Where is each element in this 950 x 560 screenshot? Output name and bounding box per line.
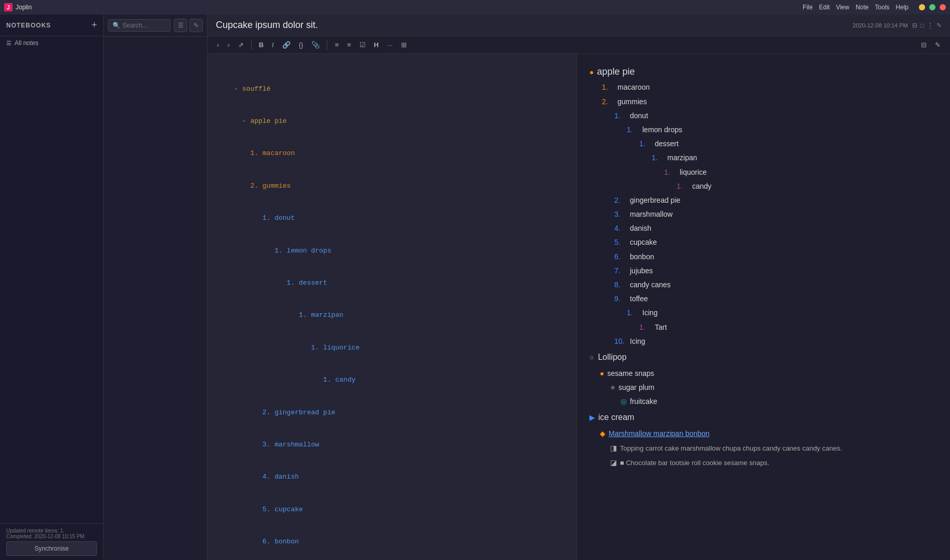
toolbar-checkbox-button[interactable]: ☑ bbox=[356, 39, 369, 50]
editor-area: Cupcake ipsum dolor sit. 2020-12-08 10:1… bbox=[208, 15, 950, 560]
toolbar-italic-button[interactable]: I bbox=[269, 39, 277, 50]
editor-line: 1. liquorice bbox=[218, 343, 566, 354]
preview-text: sesame snaps bbox=[607, 367, 654, 380]
editor-line: 1. dessert bbox=[218, 278, 566, 289]
preview-item: 10. Icing bbox=[614, 335, 938, 348]
ol-num: 2. bbox=[602, 95, 617, 108]
toolbar-ol-button[interactable]: ≡ bbox=[344, 39, 354, 50]
preview-ol-group: 1. liquorice 1. candy bbox=[664, 166, 938, 193]
preview-pane: ● apple pie 1. macaroon 2. gummies bbox=[577, 54, 950, 560]
toolbar-attach-button[interactable]: 📎 bbox=[308, 39, 323, 50]
menu-note[interactable]: Note bbox=[856, 4, 869, 11]
edit-note-icon[interactable]: ✎ bbox=[937, 22, 942, 29]
toolbar-ul-button[interactable]: ≡ bbox=[332, 39, 342, 50]
notebooks-heading: NOTEBOOKS bbox=[6, 22, 51, 29]
search-input[interactable] bbox=[122, 22, 166, 29]
preview-text: Icing bbox=[642, 306, 658, 319]
preview-ol-group: 1. candy bbox=[677, 180, 938, 193]
preview-item: 1. dessert bbox=[639, 137, 938, 150]
preview-item: 1. donut bbox=[614, 109, 938, 122]
menu-edit[interactable]: Edit bbox=[819, 4, 830, 11]
preview-ol-group: 1. donut 1. lemon drops 1. des bbox=[614, 109, 938, 193]
ol-num: 1. bbox=[639, 137, 655, 150]
new-note-button[interactable]: ✎ bbox=[189, 19, 203, 32]
checkbox-items: ◨ Topping carrot cake marshmallow chupa … bbox=[610, 442, 938, 469]
preview-text: Icing bbox=[630, 335, 645, 348]
editor-line: 2. gingerbread pie bbox=[218, 408, 566, 418]
search-input-wrap[interactable]: 🔍 bbox=[108, 19, 171, 32]
editor-line: 1. macaroon bbox=[218, 148, 566, 159]
editor-line: 1. marzipan bbox=[218, 310, 566, 321]
preview-ol-group: 1. Tart bbox=[639, 321, 938, 334]
all-notes-item[interactable]: ☰ All notes bbox=[0, 36, 103, 50]
preview-ol-group: 1. lemon drops 1. dessert 1. bbox=[627, 123, 938, 193]
toolbar-separator-2 bbox=[327, 40, 327, 50]
toolbar-forward-button[interactable]: › bbox=[224, 39, 232, 50]
meta-icons: ⊟ □ ⋮ ✎ bbox=[912, 22, 942, 29]
toolbar-code-button[interactable]: {} bbox=[296, 39, 307, 50]
toolbar-bold-button[interactable]: B bbox=[256, 39, 267, 50]
toolbar-split-view-button[interactable]: ⊟ bbox=[918, 39, 930, 50]
ol-num: 1. bbox=[627, 306, 642, 319]
preview-text: marshmallow bbox=[630, 208, 672, 221]
preview-item: 5. cupcake bbox=[614, 236, 938, 249]
toolbar-more-button[interactable]: ··· bbox=[384, 39, 396, 50]
app-title: Joplin bbox=[16, 4, 803, 11]
sidebar-header: NOTEBOOKS + bbox=[0, 15, 103, 36]
note-meta: 2020-12-08 10:14 PM ⊟ □ ⋮ ✎ bbox=[852, 22, 942, 29]
menu-file[interactable]: File bbox=[803, 4, 813, 11]
preview-item: 8. candy canes bbox=[614, 278, 938, 291]
preview-item: ◆ Marshmallow marzipan bonbon bbox=[600, 427, 938, 440]
note-list-panel: 🔍 ☰ ✎ bbox=[104, 15, 208, 560]
sync-status-1: Updated remote items: 1. bbox=[6, 528, 97, 534]
minimize-button[interactable] bbox=[919, 4, 925, 10]
editor-line: 3. marshmallow bbox=[218, 440, 566, 451]
notebook-tree bbox=[0, 50, 103, 523]
maximize-note-icon[interactable]: □ bbox=[920, 22, 924, 29]
menu-view[interactable]: View bbox=[836, 4, 849, 11]
editor-content-area: - soufflé - apple pie 1. macaroon 2. gum… bbox=[208, 54, 950, 560]
toolbar-external-button[interactable]: ⇗ bbox=[235, 39, 247, 50]
menu-help[interactable]: Help bbox=[896, 4, 908, 11]
note-date: 2020-12-08 10:14 PM bbox=[852, 22, 907, 29]
ol-num: 1. bbox=[639, 321, 655, 334]
toggle-sort-button[interactable]: ☰ bbox=[174, 19, 187, 32]
more-options-icon[interactable]: ⋮ bbox=[927, 22, 933, 29]
toolbar-heading-button[interactable]: H bbox=[371, 39, 382, 50]
editor-pane[interactable]: - soufflé - apple pie 1. macaroon 2. gum… bbox=[208, 54, 577, 560]
add-notebook-button[interactable]: + bbox=[91, 20, 97, 31]
preview-item: 9. toffee bbox=[614, 292, 938, 305]
preview-link[interactable]: Marshmallow marzipan bonbon bbox=[609, 427, 710, 440]
preview-text: gingerbread pie bbox=[630, 194, 680, 207]
preview-text: dessert bbox=[655, 137, 679, 150]
preview-text: jujubes bbox=[630, 264, 653, 277]
menu-tools[interactable]: Tools bbox=[875, 4, 889, 11]
editor-toolbar: ‹ › ⇗ B I 🔗 {} 📎 ≡ ≡ ☑ H ··· ⊞ ⊟ ✎ bbox=[208, 36, 950, 54]
sync-button[interactable]: Synchronise bbox=[6, 541, 97, 556]
preview-text: fruitcake bbox=[630, 395, 657, 408]
checkbox-item: ◨ Topping carrot cake marshmallow chupa … bbox=[610, 442, 938, 455]
preview-text: sugar plum bbox=[618, 381, 654, 394]
toolbar-table-button[interactable]: ⊞ bbox=[398, 39, 410, 50]
preview-text: cupcake bbox=[630, 236, 657, 249]
preview-item: 1. candy bbox=[677, 180, 938, 193]
circle-bullet-icon: ○ bbox=[589, 351, 594, 364]
ol-num: 1. bbox=[614, 109, 630, 122]
editor-line: 2. gummies bbox=[218, 181, 566, 192]
editor-line: 1. donut bbox=[218, 213, 566, 224]
sidebar-footer: Updated remote items: 1. Completed: 2020… bbox=[0, 523, 103, 560]
layout-icon[interactable]: ⊟ bbox=[912, 22, 917, 29]
diamond-icon: ◎ bbox=[621, 395, 627, 408]
toolbar-back-button[interactable]: ‹ bbox=[214, 39, 222, 50]
preview-item: ✳ sugar plum bbox=[610, 381, 938, 394]
ol-num: 2. bbox=[614, 194, 630, 207]
close-button[interactable] bbox=[940, 4, 946, 10]
preview-ol-group: 2. gingerbread pie 3. marshmallow 4. dan… bbox=[614, 194, 938, 348]
toolbar-edit-button[interactable]: ✎ bbox=[932, 39, 944, 50]
toolbar-link-button[interactable]: 🔗 bbox=[279, 39, 294, 50]
preview-item: 1. lemon drops bbox=[627, 123, 938, 136]
ol-num: 1. bbox=[627, 123, 642, 136]
maximize-button[interactable] bbox=[929, 4, 935, 10]
preview-text: liquorice bbox=[680, 166, 707, 179]
menu-bar: File Edit View Note Tools Help bbox=[803, 4, 908, 11]
